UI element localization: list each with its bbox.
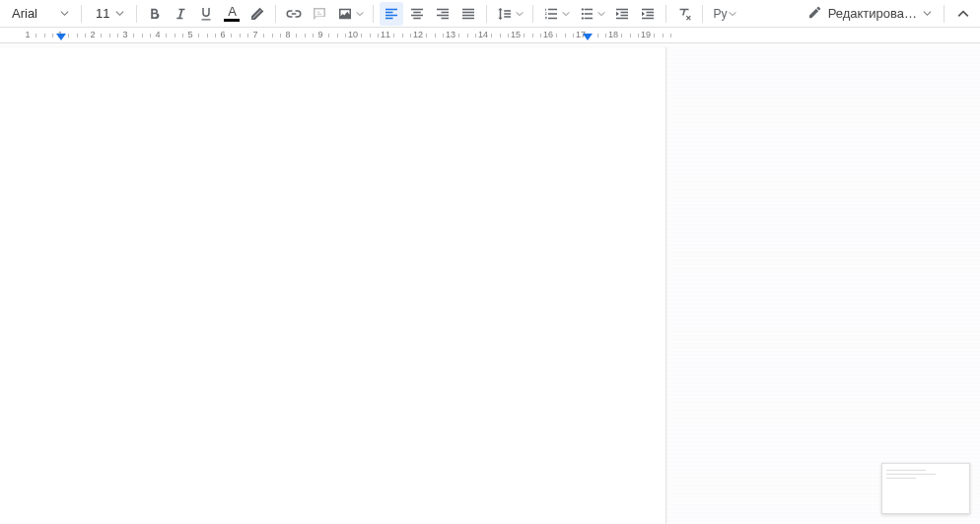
font-family-dropdown[interactable]: Arial: [4, 3, 75, 25]
ruler-number: 2: [90, 30, 95, 39]
separator: [702, 5, 703, 23]
separator: [486, 5, 487, 23]
right-indent-marker[interactable]: [582, 33, 594, 43]
separator: [81, 5, 82, 23]
ruler-number: 16: [543, 30, 553, 39]
align-justify-button[interactable]: [456, 2, 480, 26]
ruler-number: 19: [641, 30, 651, 39]
separator: [944, 5, 945, 23]
text-color-icon: A: [228, 6, 237, 18]
ruler-number: 11: [381, 30, 390, 39]
align-center-button[interactable]: [405, 2, 429, 26]
insert-image-button[interactable]: [333, 2, 367, 26]
font-family-value: Arial: [12, 6, 37, 21]
ruler-number: 18: [608, 30, 618, 39]
formatting-toolbar: Arial 11 A: [0, 0, 980, 28]
pencil-icon: [807, 5, 822, 23]
separator: [275, 5, 276, 23]
left-indent-marker[interactable]: [55, 33, 67, 43]
clear-formatting-button[interactable]: [672, 2, 696, 26]
underline-button[interactable]: [194, 2, 218, 26]
ruler-number: 3: [122, 30, 127, 39]
ruler-number: 13: [446, 30, 455, 39]
ruler-number: 1: [25, 30, 30, 39]
align-right-button[interactable]: [431, 2, 455, 26]
chevron-down-icon: [115, 9, 124, 18]
chevron-down-icon: [923, 6, 932, 21]
ruler-number: 5: [187, 30, 192, 39]
increase-indent-button[interactable]: [636, 2, 660, 26]
chevron-down-icon: [60, 9, 69, 18]
collapse-toolbar-button[interactable]: [950, 8, 976, 20]
horizontal-ruler[interactable]: 112345678910111213141516171819: [0, 28, 980, 43]
align-left-button[interactable]: [380, 2, 403, 26]
text-color-button[interactable]: A: [220, 2, 244, 26]
separator: [532, 5, 533, 23]
text-color-swatch: [224, 19, 240, 22]
font-size-dropdown[interactable]: 11: [88, 3, 130, 25]
explore-panel[interactable]: [881, 463, 970, 514]
insert-comment-button[interactable]: [308, 2, 331, 26]
editing-mode-dropdown[interactable]: Редактирова…: [802, 3, 938, 25]
separator: [136, 5, 137, 23]
italic-button[interactable]: [169, 2, 192, 26]
explore-thumbnail: [886, 468, 945, 501]
document-workspace: [0, 43, 980, 524]
bulleted-list-button[interactable]: [575, 2, 608, 26]
bold-button[interactable]: [143, 2, 167, 26]
ruler-number: 9: [317, 30, 322, 39]
ruler-number: 12: [413, 30, 423, 39]
ruler-number: 15: [511, 30, 521, 39]
insert-link-button[interactable]: [282, 2, 306, 26]
editing-mode-label: Редактирова…: [828, 6, 917, 21]
ruler-number: 14: [478, 30, 488, 39]
ruler-number: 4: [155, 30, 160, 39]
input-tools-button[interactable]: Ру: [709, 2, 740, 26]
document-page[interactable]: [0, 47, 666, 524]
line-spacing-button[interactable]: [493, 2, 526, 26]
decrease-indent-button[interactable]: [610, 2, 634, 26]
ruler-number: 7: [252, 30, 257, 39]
ruler-number: 6: [220, 30, 225, 39]
highlight-color-button[interactable]: [245, 2, 269, 26]
numbered-list-button[interactable]: [539, 2, 573, 26]
separator: [665, 5, 666, 23]
separator: [373, 5, 374, 23]
font-size-value: 11: [96, 6, 109, 21]
ruler-number: 8: [285, 30, 290, 39]
input-tools-label: Ру: [713, 7, 727, 21]
ruler-number: 10: [348, 30, 358, 39]
